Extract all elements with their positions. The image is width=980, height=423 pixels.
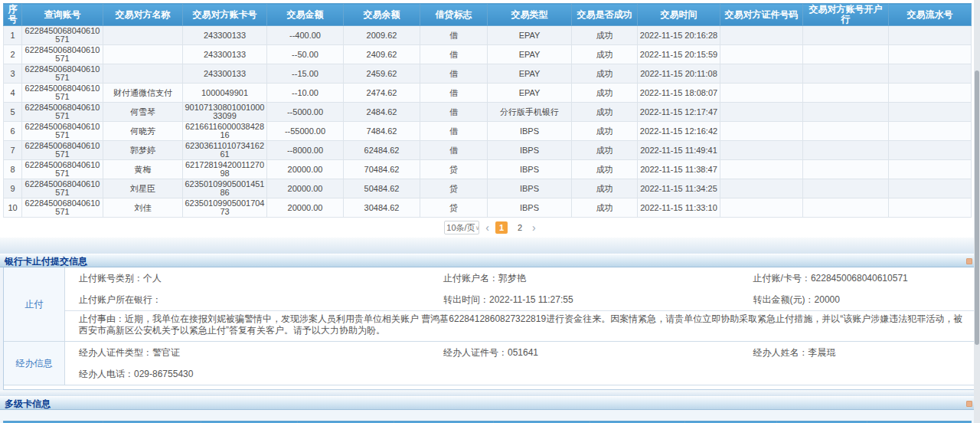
column-header: 交易对方账号开户行: [803, 4, 889, 26]
stop-payment-fields: 止付账号类别：个人 止付账户名：郭梦艳 止付账/卡号：6228450068040…: [65, 267, 976, 310]
table-cell: [889, 84, 972, 103]
table-cell: EPAY: [488, 26, 572, 45]
table-cell: 2022-11-15 20:15:59: [638, 45, 720, 64]
table-cell: IBPS: [488, 179, 572, 198]
table-row[interactable]: 106228450068040610571刘佳62350109905001704…: [4, 198, 972, 218]
header-row: 序号查询账号交易对方名称交易对方账卡号交易金额交易余额借贷标志交易类型交易是否成…: [4, 4, 972, 26]
table-cell: [889, 198, 972, 218]
column-header: 交易类型: [488, 4, 572, 26]
table-cell: 成功: [572, 84, 638, 103]
table-cell: [889, 103, 972, 122]
table-cell: IBPS: [488, 198, 572, 218]
table-cell: 6217281942001127098: [183, 160, 267, 179]
collapse-icon[interactable]: [966, 258, 972, 264]
table-cell: 成功: [572, 198, 638, 218]
field-account-name: 止付账户名：郭梦艳: [430, 267, 740, 289]
table-cell: 6228450068040610571: [22, 45, 103, 64]
table-cell: [103, 45, 183, 64]
table-cell: --15.00: [267, 64, 344, 84]
table-cell: 2009.62: [344, 26, 420, 45]
table-cell: 借: [420, 103, 488, 122]
table-cell: [803, 45, 889, 64]
table-row[interactable]: 46228450068040610571财付通微信支付1000049901--1…: [4, 84, 972, 103]
table-cell: 2022-11-15 20:11:08: [638, 64, 720, 84]
table-cell: 6228450068040610571: [22, 64, 103, 84]
table-row[interactable]: 16228450068040610571243300133--400.00200…: [4, 26, 972, 45]
collapse-icon[interactable]: [966, 401, 972, 407]
table-row[interactable]: 96228450068040610571刘星臣62350109905001451…: [4, 179, 972, 198]
next-page-button[interactable]: ›: [532, 221, 536, 234]
vertical-scrollbar[interactable]: [974, 0, 980, 423]
chevron-down-icon: ∨: [475, 225, 480, 231]
table-row[interactable]: 56228450068040610571何雪琴90107130801001000…: [4, 103, 972, 122]
field-account-type: 止付账号类别：个人: [65, 267, 430, 289]
table-cell: IBPS: [488, 160, 572, 179]
table-cell: 成功: [572, 26, 638, 45]
column-header: 交易余额: [344, 4, 420, 26]
table-cell: 2022-11-15 11:49:41: [638, 141, 720, 160]
table-cell: 7: [4, 141, 22, 160]
table-cell: 郭梦婷: [103, 141, 183, 160]
table-row[interactable]: 86228450068040610571黄梅621728194200112709…: [4, 160, 972, 179]
table-cell: 6228450068040610571: [22, 198, 103, 218]
table-cell: EPAY: [488, 64, 572, 84]
table-cell: [720, 198, 803, 218]
table-cell: 2022-11-15 11:34:25: [638, 179, 720, 198]
table-cell: [720, 64, 803, 84]
table-row[interactable]: 66228450068040610571何晓芳62166116000038428…: [4, 122, 972, 141]
multi-card-panel: 序号级别止付类型所属机构账号余额止付结果录入人录入单位录入时间 1一级第三方止付…: [0, 410, 980, 423]
page-size-select[interactable]: 10条/页 ∨: [444, 221, 479, 234]
table-cell: --400.00: [267, 26, 344, 45]
column-header: 交易时间: [638, 4, 720, 26]
prev-page-button[interactable]: ‹: [485, 221, 489, 234]
table-cell: 6228450068040610571: [22, 179, 103, 198]
table-row[interactable]: 26228450068040610571243300133--50.002409…: [4, 45, 972, 64]
table-cell: [803, 160, 889, 179]
table-cell: 刘佳: [103, 198, 183, 218]
table-cell: [889, 45, 972, 64]
scrollbar-thumb[interactable]: [975, 70, 979, 345]
table-cell: IBPS: [488, 141, 572, 160]
field-transfer-time: 转出时间：2022-11-15 11:27:55: [430, 289, 740, 310]
stop-payment-reason: 止付事由：近期，我单位在接报刘妮被骗警情中，发现涉案人员利用贵单位相关账户 曹鸿…: [65, 310, 976, 341]
table-cell: [720, 103, 803, 122]
table-cell: 243300133: [183, 45, 267, 64]
table-cell: 20000.00: [267, 198, 344, 218]
table-cell: 50484.62: [344, 179, 420, 198]
table-cell: 2459.62: [344, 64, 420, 84]
page-number-1[interactable]: 1: [495, 221, 508, 234]
stop-payment-panel: 止付 止付账号类别：个人 止付账户名：郭梦艳 止付账/卡号：6228450068…: [3, 267, 977, 390]
table-cell: 2022-11-15 20:16:28: [638, 26, 720, 45]
table-cell: 2022-11-15 12:16:42: [638, 122, 720, 141]
table-cell: --8000.00: [267, 141, 344, 160]
table-cell: [720, 84, 803, 103]
table-cell: 70484.62: [344, 160, 420, 179]
table-row[interactable]: 76228450068040610571郭梦婷62303611010734162…: [4, 141, 972, 160]
table-cell: IBPS: [488, 122, 572, 141]
table-cell: 贷: [420, 198, 488, 218]
column-header: 交易对方名称: [103, 4, 183, 26]
table-cell: 2022-11-15 12:17:47: [638, 103, 720, 122]
table-cell: [803, 26, 889, 45]
table-cell: [720, 141, 803, 160]
table-cell: [720, 26, 803, 45]
table-row[interactable]: 36228450068040610571243300133--15.002459…: [4, 64, 972, 84]
table-cell: [803, 198, 889, 218]
table-cell: 20000.00: [267, 179, 344, 198]
page-number-2[interactable]: 2: [514, 221, 526, 234]
column-header: 交易是否成功: [572, 4, 638, 26]
table-cell: 8: [4, 160, 22, 179]
table-cell: [720, 122, 803, 141]
table-cell: 何雪琴: [103, 103, 183, 122]
table-cell: EPAY: [488, 84, 572, 103]
transaction-table-body: 16228450068040610571243300133--400.00200…: [4, 26, 972, 218]
table-cell: 财付通微信支付: [103, 84, 183, 103]
table-cell: 5: [4, 103, 22, 122]
table-cell: 243300133: [183, 64, 267, 84]
table-cell: [803, 141, 889, 160]
table-cell: 62484.62: [344, 141, 420, 160]
table-cell: [889, 141, 972, 160]
table-cell: 2022-11-15 18:08:07: [638, 84, 720, 103]
panel-divider: [0, 238, 980, 254]
table-cell: 9010713080100100033099: [183, 103, 267, 122]
